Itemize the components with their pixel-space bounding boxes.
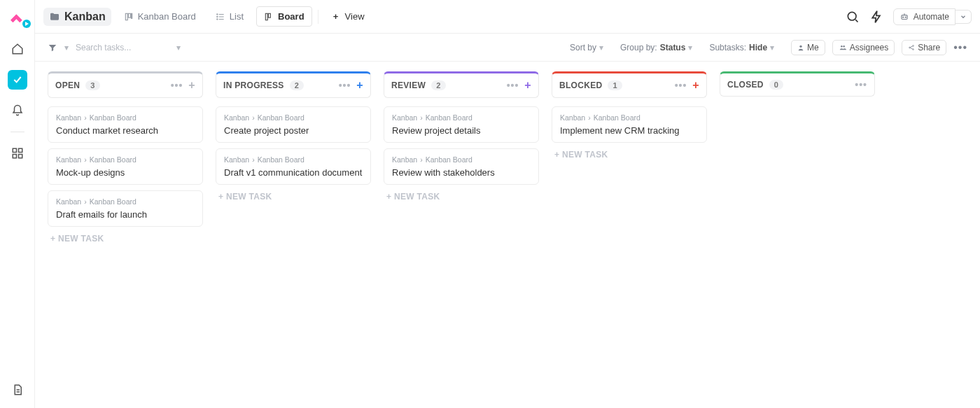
card-breadcrumb: Kanban›Kanban Board [224,155,363,164]
folder-breadcrumb[interactable]: Kanban [43,8,111,26]
add-task-icon[interactable]: + [524,79,531,92]
task-card[interactable]: Kanban›Kanban BoardDraft v1 communicatio… [216,148,371,185]
svg-point-19 [843,45,845,48]
new-task-button[interactable]: + NEW TASK [384,185,539,209]
task-card[interactable]: Kanban›Kanban BoardReview with stakehold… [384,148,539,185]
add-task-icon[interactable]: + [356,79,363,92]
svg-point-10 [217,18,218,19]
more-icon[interactable]: ••• [953,41,967,54]
people-icon [839,44,847,51]
task-card[interactable]: Kanban›Kanban BoardMock-up designs [48,148,203,185]
svg-rect-4 [18,155,22,158]
task-card[interactable]: Kanban›Kanban BoardReview project detail… [384,106,539,143]
more-icon[interactable]: ••• [507,80,519,91]
home-icon[interactable] [8,39,27,59]
bolt-icon[interactable] [869,10,883,24]
task-card[interactable]: Kanban›Kanban BoardDraft emails for laun… [48,190,203,227]
svg-point-20 [909,47,911,48]
filter-icon[interactable] [48,43,57,52]
card-breadcrumb: Kanban›Kanban Board [392,113,531,122]
folder-name: Kanban [64,10,106,23]
column-label: REVIEW [391,80,426,90]
robot-icon [899,12,909,22]
view-label: Board [278,11,304,22]
assignees-button[interactable]: Assignees [832,40,895,55]
search-icon[interactable] [846,10,860,24]
list-icon [216,12,225,22]
new-task-button[interactable]: + NEW TASK [552,143,707,167]
sort-by-button[interactable]: Sort by ▾ [570,43,603,52]
svg-point-16 [905,17,906,17]
column-count: 1 [608,80,622,90]
svg-point-15 [902,17,903,17]
share-button[interactable]: Share [902,40,946,55]
column-closed: CLOSED0••• [720,71,875,105]
column-header[interactable]: OPEN3•••+ [48,71,203,98]
task-card[interactable]: Kanban›Kanban BoardConduct market resear… [48,106,203,143]
tasks-icon[interactable] [8,70,27,90]
new-task-button[interactable]: + NEW TASK [48,227,203,251]
column-header[interactable]: CLOSED0••• [720,71,875,97]
left-rail [0,0,35,408]
svg-point-8 [217,13,218,14]
card-breadcrumb: Kanban›Kanban Board [224,113,363,122]
apps-icon[interactable] [8,143,27,163]
view-board[interactable]: Board [256,6,312,27]
add-task-icon[interactable]: + [692,79,699,92]
svg-rect-6 [128,13,130,17]
card-breadcrumb: Kanban›Kanban Board [392,155,531,164]
svg-rect-12 [268,13,270,17]
toolbar: ▾ ▾ Sort by ▾ Group by: Status ▾ Subtask… [35,34,980,62]
card-title: Draft v1 communication document [224,167,363,178]
me-button[interactable]: Me [791,40,825,55]
column-count: 2 [431,80,445,90]
svg-rect-2 [18,148,22,152]
column-header[interactable]: BLOCKED1•••+ [552,71,707,98]
chevron-down-icon[interactable]: ▾ [64,43,69,52]
column-count: 3 [85,80,99,90]
share-icon [908,44,915,51]
more-icon[interactable]: ••• [171,80,183,91]
add-view-button[interactable]: + View [324,7,372,26]
svg-point-21 [913,45,914,46]
card-title: Review project details [392,125,531,136]
task-card[interactable]: Kanban›Kanban BoardImplement new CRM tra… [552,106,707,143]
svg-rect-1 [13,148,16,152]
rail-divider [10,132,24,132]
board-icon [264,12,274,22]
column-header[interactable]: IN PROGRESS2•••+ [216,71,371,98]
card-title: Mock-up designs [56,167,195,178]
new-task-button[interactable]: + NEW TASK [216,185,371,209]
svg-rect-3 [13,155,16,158]
group-by-button[interactable]: Group by: Status ▾ [620,43,692,52]
automate-button[interactable]: Automate [893,8,955,25]
docs-icon[interactable] [8,380,27,400]
add-task-icon[interactable]: + [188,79,195,92]
column-blocked: BLOCKED1•••+Kanban›Kanban BoardImplement… [552,71,707,167]
svg-rect-11 [265,13,267,20]
card-title: Conduct market research [56,125,195,136]
app-logo[interactable] [8,10,27,28]
column-review: REVIEW2•••+Kanban›Kanban BoardReview pro… [384,71,539,209]
board-icon [124,12,134,22]
task-card[interactable]: Kanban›Kanban BoardCreate project poster [216,106,371,143]
subtasks-button[interactable]: Subtasks: Hide ▾ [709,43,774,52]
view-kanban-board[interactable]: Kanban Board [117,7,203,26]
notifications-icon[interactable] [8,101,27,120]
card-breadcrumb: Kanban›Kanban Board [560,113,699,122]
more-icon[interactable]: ••• [855,79,867,90]
chevron-down-icon[interactable]: ▾ [176,43,181,52]
more-icon[interactable]: ••• [339,80,351,91]
view-label: Kanban Board [138,11,196,22]
search-input[interactable] [76,43,174,52]
column-count: 2 [290,80,304,90]
more-icon[interactable]: ••• [675,80,687,91]
view-list[interactable]: List [209,7,251,26]
top-bar: Kanban Kanban Board List Board + View [35,0,980,34]
card-title: Review with stakeholders [392,167,531,178]
card-breadcrumb: Kanban›Kanban Board [56,197,195,206]
column-open: OPEN3•••+Kanban›Kanban BoardConduct mark… [48,71,203,251]
automate-more[interactable] [955,10,972,24]
card-title: Create project poster [224,125,363,136]
column-header[interactable]: REVIEW2•••+ [384,71,539,98]
